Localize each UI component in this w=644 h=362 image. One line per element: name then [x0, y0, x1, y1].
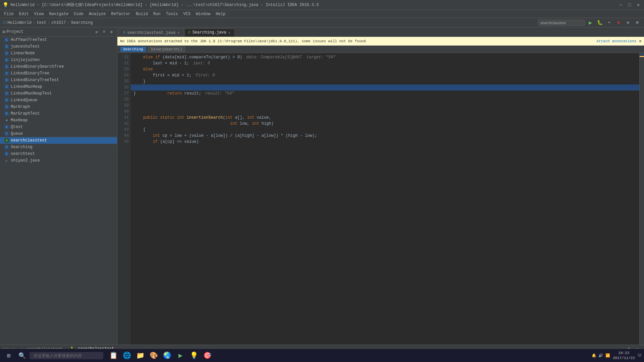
right-scrollbar[interactable]: [639, 53, 644, 345]
menu-vcs[interactable]: VCS: [181, 10, 194, 18]
sidebar-header: ⊞ Project ⇄ ≡ ⚙: [0, 27, 117, 37]
sidebar-item-linkedbinary[interactable]: C LinkedBinaryTree: [0, 70, 117, 77]
taskbar-app-files[interactable]: 📁: [134, 350, 146, 362]
sidebar-item-maxheap[interactable]: ● MaxHeap: [0, 117, 117, 124]
title-bar: 💡 HelloWorld - [C:\Users\神国七徊\IdeaProjec…: [0, 0, 644, 10]
taskbar-right: 🔔 🔊 📶 18:22 2017/11/22 🗨: [592, 351, 641, 360]
maximize-button[interactable]: □: [627, 2, 633, 8]
scroll-marker-highlight: [640, 54, 644, 55]
layout-button[interactable]: ⊞: [633, 19, 641, 27]
coverage-button[interactable]: ☂: [605, 19, 613, 27]
debug-button[interactable]: 🐛: [596, 19, 604, 27]
sidebar-item-linkedbinarytest[interactable]: C LinkedBinaryTreeTest: [0, 77, 117, 83]
minimize-button[interactable]: ─: [618, 2, 624, 8]
sidebar-item-linkedmaxheap[interactable]: C LinkedMaxHeap: [0, 83, 117, 90]
sidebar-item-linkedqueue[interactable]: C LinkedQueue: [0, 97, 117, 104]
gear-button[interactable]: ⚙: [108, 29, 114, 35]
code-line-40: [133, 109, 637, 115]
clock: 18:22 2017/11/22: [613, 351, 635, 360]
menu-view[interactable]: View: [32, 10, 47, 18]
project-controls: ⇄ ≡ ⚙: [94, 29, 114, 35]
code-editor[interactable]: else if (data[mid].compareTo(target) > 0…: [131, 53, 639, 345]
code-line-39: [133, 103, 637, 109]
close-button[interactable]: ✕: [635, 2, 641, 8]
menu-tools[interactable]: Tools: [163, 10, 181, 18]
taskbar-app-idea[interactable]: 💡: [188, 350, 200, 362]
collapse-button[interactable]: ≡: [101, 29, 107, 35]
sidebar-item-linji[interactable]: C linjiejuzhen: [0, 57, 117, 63]
window-title: HelloWorld - [C:\Users\神国七徊\IdeaProjects…: [10, 2, 319, 8]
code-content: 31 32 33 34 35 36 37 38 39 40 41 42 43 4…: [117, 53, 644, 345]
taskbar-app-paint[interactable]: 🎨: [148, 350, 160, 362]
date: 2017/11/22: [613, 356, 635, 360]
info-gear-icon[interactable]: ⚙: [639, 39, 641, 43]
taskbar-search-input[interactable]: [30, 352, 103, 359]
sidebar-item-qtest[interactable]: C Qtest: [0, 124, 117, 130]
method-tab-binarysearch[interactable]: binarySearch(): [148, 47, 185, 52]
tab-searchclasstest[interactable]: S searchclasstest.java ✕: [119, 28, 184, 37]
menu-help[interactable]: Help: [213, 10, 228, 18]
run-controls: ▶ 🐛 ☂ ■ ⚙ ⊞: [538, 19, 641, 27]
sidebar-item-searchclasstest[interactable]: S searchclasstest: [0, 137, 117, 144]
sidebar-item-linkedbinarysearch[interactable]: C LinkedBinarySearchTree: [0, 63, 117, 70]
code-line-33: else: [133, 66, 637, 72]
taskbar-apps: 📋 🌐 📁 🎨 🌏 ▶ 💡 🎯: [107, 350, 213, 362]
breadcrumb-bar: ⬡ HelloWorld › test › ch1617 › Searching…: [0, 18, 644, 27]
code-line-32: last = mid - 1;last: 8: [133, 60, 637, 66]
run-config-search[interactable]: [538, 20, 585, 26]
app-icon: 💡: [3, 2, 8, 8]
stop-button[interactable]: ■: [614, 19, 623, 27]
tab-searching[interactable]: C Searching.java ✕: [184, 28, 235, 37]
menu-run[interactable]: Run: [151, 10, 163, 18]
code-line-38: [133, 97, 637, 103]
taskbar-app-browser[interactable]: 🌏: [161, 350, 173, 362]
sidebar-item-searching[interactable]: C Searching: [0, 144, 117, 150]
menu-refactor[interactable]: Refactor: [108, 10, 133, 18]
sidebar-item-margraph[interactable]: C MarGraph: [0, 104, 117, 110]
breadcrumb-icon: ⬡: [3, 20, 6, 25]
project-icon: ⊞: [3, 29, 5, 35]
code-line-45: if (a[cp] == value): [133, 139, 637, 145]
attach-annotations-link[interactable]: Attach annotations: [597, 39, 637, 43]
menu-file[interactable]: File: [1, 10, 16, 18]
taskbar-app-task[interactable]: 📋: [107, 350, 119, 362]
info-text: No IDEA annotations attached to the JDK …: [120, 39, 597, 43]
settings-button[interactable]: ⚙: [624, 19, 632, 27]
code-line-34: first = mid + 1;first: 0: [133, 72, 637, 78]
breadcrumb: HelloWorld › test › ch1617 › Searching: [7, 20, 93, 25]
taskbar: ⊞ 🔍 📋 🌐 📁 🎨 🌏 ▶ 💡 🎯 🔔 🔊 📶 18:22 2017/11/…: [0, 349, 644, 362]
sidebar-item-queue[interactable]: C Queue: [0, 130, 117, 137]
taskbar-app-other[interactable]: 🎯: [201, 350, 213, 362]
sidebar-item-shiyan[interactable]: ▷ shiyan2.java: [0, 157, 117, 164]
menu-window[interactable]: Window: [193, 10, 213, 18]
menu-code[interactable]: Code: [71, 10, 86, 18]
sidebar-item-margraphtest[interactable]: C MarGraphTest: [0, 110, 117, 117]
sync-button[interactable]: ⇄: [94, 29, 100, 35]
tab-close-searchclasstest[interactable]: ✕: [177, 31, 180, 35]
notification-icon[interactable]: 🗨: [638, 353, 641, 358]
taskbar-app-media[interactable]: ▶: [174, 350, 186, 362]
time: 18:22: [613, 351, 635, 355]
sidebar-item-linkedmaxheaptest[interactable]: C LinkedMaxHeapTest: [0, 90, 117, 97]
scroll-marker-warning: [640, 56, 644, 57]
run-button[interactable]: ▶: [586, 19, 594, 27]
search-button[interactable]: 🔍: [16, 350, 28, 362]
menu-navigate[interactable]: Navigate: [46, 10, 71, 18]
start-button[interactable]: ⊞: [3, 350, 15, 362]
tab-close-searching[interactable]: ✕: [228, 31, 231, 35]
sidebar-item-searchtest[interactable]: C searchtest: [0, 150, 117, 157]
menu-edit[interactable]: Edit: [16, 10, 32, 18]
line-numbers: 31 32 33 34 35 36 37 38 39 40 41 42 43 4…: [117, 53, 131, 345]
info-bar: No IDEA annotations attached to the JDK …: [117, 37, 644, 46]
code-line-36: return result;result: "54": [131, 84, 639, 90]
method-tab-searching[interactable]: Searching: [120, 47, 146, 52]
menu-analyze[interactable]: Analyze: [86, 10, 108, 18]
sidebar-item-huffman[interactable]: C HuffmanTreeTest: [0, 37, 117, 43]
sidebar-item-linear[interactable]: C LinearNode: [0, 50, 117, 57]
menu-build[interactable]: Build: [133, 10, 151, 18]
taskbar-app-edge[interactable]: 🌐: [121, 350, 133, 362]
sidebar-item-juece[interactable]: C jueceshuTest: [0, 43, 117, 50]
taskbar-icons: 🔔 🔊 📶: [592, 353, 610, 358]
code-area: S searchclasstest.java ✕ C Searching.jav…: [117, 27, 644, 345]
code-line-44: int cp = low + (value - a[low]) / (a[hig…: [133, 133, 637, 139]
